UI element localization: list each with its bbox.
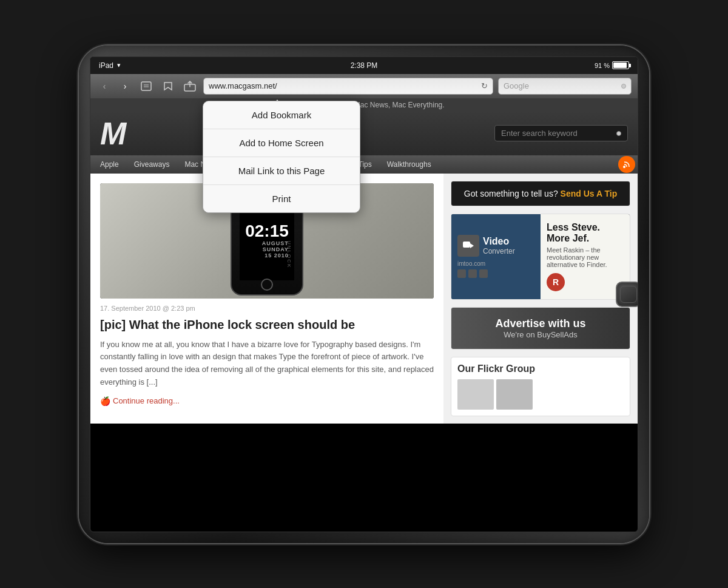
ad-logo: R: [547, 273, 565, 291]
advertise-widget: Advertise with us We're on BuySellAds: [451, 307, 630, 350]
status-bar: iPad ▾ 2:38 PM 91 %: [90, 57, 638, 74]
nav-item-apple[interactable]: Apple: [93, 155, 126, 174]
ad-left-panel: Video Converter imtoo.com: [451, 214, 541, 299]
forward-button[interactable]: ›: [117, 78, 133, 94]
sidebar-column: Got something to tell us? Send Us A Tip: [443, 174, 638, 424]
site-search-dot: [616, 131, 621, 136]
search-placeholder: Google: [504, 81, 529, 90]
flickr-widget: Our Flickr Group: [451, 357, 630, 416]
advertise-title: Advertise with us: [461, 317, 620, 330]
browser-toolbar: ‹ ›: [90, 74, 638, 98]
continue-link-text: Continue reading...: [113, 396, 180, 405]
continue-reading-link[interactable]: 🍎 Continue reading...: [100, 396, 434, 406]
page-title-bar: Macgasm | Mac Tips, Mac News, Mac Everyt…: [90, 98, 638, 112]
apple-icon: 🍎: [100, 396, 110, 406]
home-button-inner: [620, 286, 637, 303]
flickr-thumb[interactable]: [496, 379, 533, 410]
website-content: M Enter search keyword Apple Giveaways M…: [90, 112, 638, 424]
ad-video-title: Video: [483, 236, 515, 247]
search-dot-icon: [621, 84, 626, 89]
ad-widget: Video Converter imtoo.com: [451, 214, 630, 300]
refresh-button[interactable]: ↻: [481, 81, 488, 90]
site-nav: Apple Giveaways Mac News Podcast Ranting…: [90, 155, 638, 174]
content-area: 02:15 AUGUSTSUNDAY15 2010 UNLOCK 17. Sep…: [90, 174, 638, 424]
rss-button[interactable]: [618, 156, 635, 173]
advertise-sub: We're on BuySellAds: [461, 330, 620, 339]
ad-description: Meet Raskin – the revolutionary new alte…: [547, 246, 624, 268]
svg-rect-0: [141, 82, 151, 90]
url-bar[interactable]: www.macgasm.net/ ↻: [203, 78, 493, 95]
send-tip-banner: Got something to tell us? Send Us A Tip: [451, 181, 630, 206]
send-tip-widget: Got something to tell us? Send Us A Tip: [451, 181, 630, 206]
article-date: 17. September 2010 @ 2:23 pm: [100, 305, 434, 312]
svg-rect-5: [463, 242, 470, 248]
nav-item-walkthroughs[interactable]: Walkthroughs: [380, 155, 439, 174]
site-header: M Enter search keyword: [90, 112, 638, 155]
ad-more-jef: More Jef.: [547, 233, 624, 244]
bookmarks-button[interactable]: [138, 78, 155, 95]
time-display: 2:38 PM: [351, 61, 378, 70]
advertise-banner: Advertise with us We're on BuySellAds: [451, 308, 630, 349]
ad-site-label: imtoo.com: [457, 260, 534, 267]
print-button[interactable]: Print: [203, 185, 360, 212]
flickr-title: Our Flickr Group: [457, 363, 624, 374]
url-text: www.macgasm.net/: [209, 81, 481, 90]
reading-list-button[interactable]: [160, 78, 177, 95]
battery-percent: 91 %: [595, 62, 610, 69]
add-bookmark-button[interactable]: Add Bookmark: [203, 101, 360, 129]
google-search-bar[interactable]: Google: [498, 78, 632, 95]
send-tip-text: Got something to tell us?: [464, 189, 558, 198]
battery-icon: [612, 61, 629, 69]
svg-marker-6: [470, 243, 474, 248]
share-popup-menu: Add Bookmark Add to Home Screen Mail Lin…: [203, 101, 360, 213]
send-tip-link[interactable]: Send Us A Tip: [561, 189, 618, 198]
site-search-bar[interactable]: Enter search keyword: [494, 125, 628, 141]
ad-converter-label: Converter: [483, 247, 515, 255]
site-logo: M: [100, 118, 126, 149]
add-to-home-screen-button[interactable]: Add to Home Screen: [203, 129, 360, 157]
home-button[interactable]: [616, 282, 638, 307]
flickr-thumb[interactable]: [457, 379, 494, 410]
site-search-placeholder: Enter search keyword: [501, 129, 578, 138]
article-title: [pic] What the iPhone lock screen should…: [100, 317, 434, 333]
ad-less-steve: Less Steve.: [547, 222, 624, 233]
back-button[interactable]: ‹: [96, 78, 112, 94]
wifi-icon: ▾: [117, 61, 121, 69]
share-button[interactable]: [181, 78, 198, 95]
mail-link-button[interactable]: Mail Link to this Page: [203, 157, 360, 185]
article-excerpt: If you know me at all, you know that I h…: [100, 339, 434, 389]
carrier-label: iPad: [99, 61, 113, 70]
svg-point-4: [623, 166, 625, 168]
nav-item-giveaways[interactable]: Giveaways: [127, 155, 177, 174]
